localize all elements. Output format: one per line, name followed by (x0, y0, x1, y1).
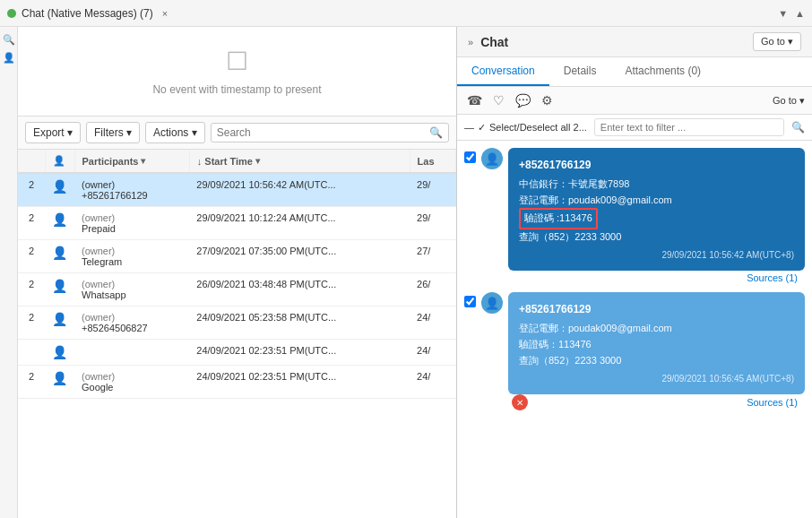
row-participants: (owner) +85264506827 (74, 306, 189, 340)
col-last-header: Las (410, 150, 455, 173)
message-time: 29/09/2021 10:56:45 AM(UTC+8) (519, 372, 794, 385)
row-last: 29/ (410, 207, 455, 240)
message-bubble: +85261766129 登記電郵：poudak009@gmail.com驗證碼… (508, 292, 805, 394)
goto-button[interactable]: Go to ▾ (753, 32, 801, 51)
no-event-area: ☐ No event with timestamp to present (18, 27, 456, 117)
main-layout: 🔍 👤 ☐ No event with timestamp to present… (0, 27, 812, 518)
tab-attachments[interactable]: Attachments (0) (610, 57, 715, 86)
phone-icon[interactable]: ☎ (464, 91, 485, 110)
row-starttime: 29/09/2021 10:56:42 AM(UTC... (189, 173, 410, 207)
actions-button[interactable]: Actions ▾ (145, 122, 205, 143)
message-item: 👤 +85261766129 登記電郵：poudak009@gmail.com驗… (464, 292, 805, 410)
rt-goto-label: Go to ▾ (773, 95, 805, 107)
calendar-icon: ☐ (226, 47, 248, 76)
table-row[interactable]: 2 👤 (owner) Google 24/09/2021 02:23:51 P… (18, 366, 456, 399)
left-side: 🔍 👤 ☐ No event with timestamp to present… (0, 27, 457, 518)
message-bubble: +85261766129 中信銀行：卡號尾數7898 登記電郵：poudak00… (508, 148, 805, 271)
row-participants: (owner) Prepaid (74, 207, 189, 240)
minimize-icon[interactable]: ▼ (778, 8, 788, 19)
left-toolbar: Export ▾ Filters ▾ Actions ▾ 🔍 (18, 117, 456, 150)
select-all[interactable]: — ✓ Select/Deselect all 2... (464, 122, 587, 134)
message-checkbox[interactable] (464, 296, 476, 307)
heart-icon[interactable]: ♡ (490, 91, 507, 110)
filters-button[interactable]: Filters ▾ (86, 122, 140, 143)
message-time: 29/09/2021 10:56:42 AM(UTC+8) (519, 248, 794, 262)
row-last: 24/ (410, 306, 455, 340)
row-num: 2 (18, 173, 45, 207)
table-row[interactable]: 2 👤 (owner) Telegram 27/09/2021 07:35:00… (18, 240, 456, 273)
col-starttime-header[interactable]: ↓ Start Time ▾ (189, 150, 410, 173)
search-input[interactable] (217, 126, 429, 139)
sources-link[interactable]: Sources (1) (743, 395, 801, 410)
row-num (18, 340, 45, 366)
no-event-text: No event with timestamp to present (152, 83, 321, 96)
panel-title: Chat (480, 35, 508, 49)
table-row[interactable]: 👤 24/09/2021 02:23:51 PM(UTC... 24/ (18, 340, 456, 366)
left-panel: ☐ No event with timestamp to present Exp… (18, 27, 457, 518)
rt-goto-button[interactable]: Go to ▾ (773, 95, 805, 107)
row-avatar: 👤 (45, 366, 74, 399)
row-participants: (owner) Google (74, 366, 189, 399)
row-participants: (owner) +85261766129 (74, 173, 189, 207)
sidebar-search-icon[interactable]: 🔍 (2, 32, 16, 47)
sort-icon-time: ▾ (255, 156, 260, 166)
sort-icon: ▾ (141, 156, 145, 166)
close-button[interactable]: × (162, 8, 168, 19)
message-footer: Sources (1) (508, 271, 805, 285)
row-participants: (owner) Whatsapp (74, 273, 189, 306)
table-row[interactable]: 2 👤 (owner) +85264506827 24/09/2021 05:2… (18, 306, 456, 340)
message-content: 中信銀行：卡號尾數7898 登記電郵：poudak009@gmail.com 驗… (519, 177, 794, 245)
avatar-icon: 👤 (485, 297, 499, 310)
row-num: 2 (18, 207, 45, 240)
search-icon: 🔍 (429, 126, 443, 139)
sidebar-person-icon[interactable]: 👤 (2, 50, 16, 65)
row-starttime: 24/09/2021 02:23:51 PM(UTC... (189, 340, 410, 366)
message-footer: ✕ Sources (1) (508, 394, 805, 410)
avatar-icon: 👤 (485, 152, 499, 166)
message-checkbox[interactable] (464, 151, 476, 163)
tab-details[interactable]: Details (549, 57, 611, 86)
row-starttime: 24/09/2021 05:23:58 PM(UTC... (189, 306, 410, 340)
table-row[interactable]: 2 👤 (owner) Whatsapp 26/09/2021 03:48:48… (18, 273, 456, 306)
row-avatar: 👤 (45, 173, 74, 207)
row-last: 26/ (410, 273, 455, 306)
row-avatar: 👤 (45, 273, 74, 306)
row-num: 2 (18, 366, 45, 399)
table-row[interactable]: 2 👤 (owner) Prepaid 29/09/2021 10:12:24 … (18, 207, 456, 240)
row-starttime: 27/09/2021 07:35:00 PM(UTC... (189, 240, 410, 273)
filter-input[interactable] (594, 118, 784, 136)
filter-bar: — ✓ Select/Deselect all 2... 🔍 (457, 115, 812, 141)
right-panel: » Chat Go to ▾ Conversation Details Atta… (457, 27, 812, 518)
conversations-table: 👤 Participants ▾ ↓ Start Time ▾ Las 2 � (18, 150, 456, 399)
settings-icon[interactable]: ⚙ (539, 91, 556, 110)
row-starttime: 29/09/2021 10:12:24 AM(UTC... (189, 207, 410, 240)
filter-search-icon: 🔍 (791, 121, 805, 134)
col-num-header (18, 150, 45, 173)
select-all-label: Select/Deselect all 2... (489, 122, 587, 133)
row-avatar: 👤 (45, 340, 74, 366)
table-row[interactable]: 2 👤 (owner) +85261766129 29/09/2021 10:5… (18, 173, 456, 207)
message-avatar: 👤 (481, 148, 503, 169)
chat-icon[interactable]: 💬 (513, 91, 533, 110)
row-last: 24/ (410, 340, 455, 366)
icon-sidebar: 🔍 👤 (0, 27, 18, 518)
export-button[interactable]: Export ▾ (25, 122, 81, 143)
tab-conversation[interactable]: Conversation (457, 57, 549, 86)
col-participants-header[interactable]: Participants ▾ (74, 150, 189, 173)
row-last: 24/ (410, 366, 455, 399)
row-last: 29/ (410, 173, 455, 207)
message-avatar: 👤 (481, 292, 503, 314)
row-starttime: 24/09/2021 02:23:51 PM(UTC... (189, 366, 410, 399)
title-bar: Chat (Native Messages) (7) × ▼ ▲ (0, 0, 812, 27)
sources-link[interactable]: Sources (1) (743, 271, 801, 285)
tabs: Conversation Details Attachments (0) (457, 57, 812, 87)
search-bar: 🔍 (211, 123, 449, 142)
messages-area: 👤 +85261766129 中信銀行：卡號尾數7898 登記電郵：poudak… (457, 141, 812, 518)
right-toolbar: ☎ ♡ 💬 ⚙ Go to ▾ (457, 87, 812, 115)
window-controls: ▼ ▲ (778, 8, 805, 19)
message-sender: +85261766129 (519, 301, 794, 317)
row-num: 2 (18, 273, 45, 306)
row-num: 2 (18, 240, 45, 273)
message-sender: +85261766129 (519, 157, 794, 173)
maximize-icon[interactable]: ▲ (795, 8, 805, 19)
